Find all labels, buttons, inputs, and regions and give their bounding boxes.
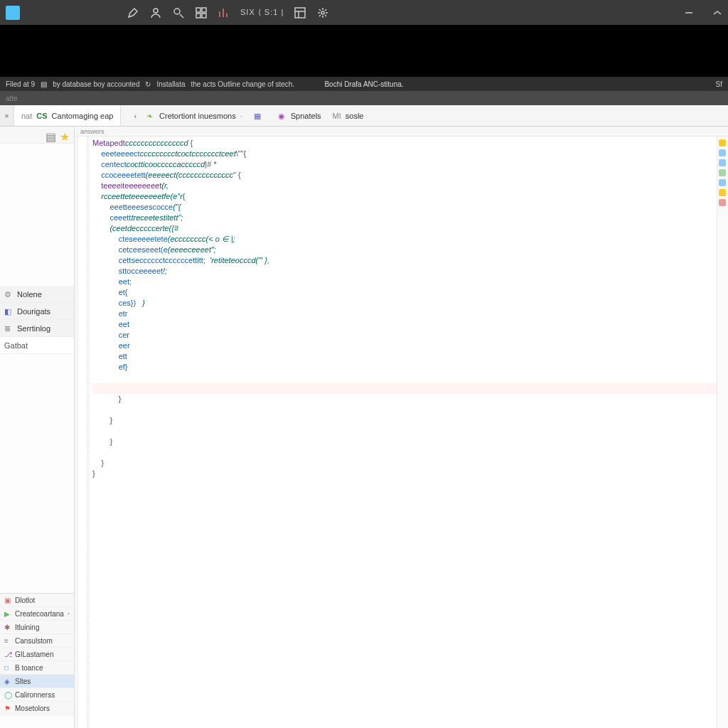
sidebar-panel-label: Nolene	[17, 290, 42, 299]
db-icon: ≣	[4, 324, 13, 333]
toolwindow-itluining[interactable]: ✱Itluining	[0, 621, 74, 634]
svg-point-1	[174, 9, 180, 14]
list-icon: ≡	[4, 637, 11, 644]
subheader-right[interactable]: Sf	[716, 80, 722, 88]
terminal-icon: ▣	[4, 596, 11, 604]
marker-info[interactable]	[719, 159, 726, 166]
toolwindow-gilastamen[interactable]: ⎇GILastamen	[0, 648, 74, 661]
editor-header: answers	[75, 127, 728, 136]
error-stripe	[717, 136, 728, 728]
panel-icon: ▦	[254, 112, 262, 120]
structure-icon[interactable]: ▤	[46, 130, 55, 140]
toolwindow-b toance[interactable]: □B toance	[0, 661, 74, 675]
breadcrumb-4-badge: MI	[333, 112, 341, 120]
code-line: ccoceeeetett(eeeeect(cccccccccccccc" {	[92, 170, 717, 181]
breadcrumb-3[interactable]: ◉ Spnatels	[272, 105, 327, 126]
sidebar-panels-mid: ⚙Nolene◧Dourigats≣Serrtinlog	[0, 286, 74, 337]
workspace: ▤ ★ ⚙Nolene◧Dourigats≣Serrtinlog Gatbat …	[0, 127, 728, 728]
code-line: eet	[92, 319, 717, 330]
toolwindow-label: Sltes	[15, 678, 31, 685]
search-icon[interactable]	[172, 6, 185, 19]
toolwindow-label: Dlotlot	[15, 596, 35, 604]
code-line: cettsecccccctccccccettitt; 'retiteteoccc…	[92, 255, 717, 266]
sidebar-bottom-stack: ▣Dlotlot▶Createcoartana›✱Itluining≡Cansu…	[0, 593, 74, 715]
menu-bar: atte	[0, 91, 728, 105]
editor-body[interactable]: Metapedtcccccccccccccccd { eeeteeeectccc…	[75, 136, 728, 728]
sidebar-panel-dourigats[interactable]: ◧Dourigats	[0, 303, 74, 320]
subheader-text-b: by database boy accounted	[53, 80, 139, 88]
cube-icon: ◧	[4, 307, 13, 316]
code-line: sttocceeeeet!;	[92, 266, 717, 277]
sidebar-panel-plain[interactable]: Gatbat	[0, 337, 74, 354]
fold-guide	[78, 136, 88, 728]
breadcrumb-4[interactable]: MI sosle	[327, 105, 370, 126]
sub-header: Filed at 9 ▤ by database boy accounted ↻…	[0, 77, 728, 91]
subheader-text-a: Filed at 9	[6, 80, 35, 88]
title-status-text: SIX ⟨ S:1 |	[240, 8, 284, 17]
tab-close-button[interactable]: ×	[0, 105, 14, 126]
code-line: cer	[92, 330, 717, 341]
code-area[interactable]: Metapedtcccccccccccccccd { eeeteeeectccc…	[88, 136, 717, 728]
doc-icon: ▤	[41, 80, 47, 88]
sidebar-top-icons: ▤ ★	[0, 127, 74, 144]
marker-warning[interactable]	[719, 139, 726, 146]
code-line: }	[92, 469, 717, 479]
toolwindow-mosetolors[interactable]: ⚑Mosetolors	[0, 702, 74, 715]
star-icon[interactable]: ★	[60, 130, 70, 140]
toolwindow-createcoartana[interactable]: ▶Createcoartana›	[0, 607, 74, 621]
breadcrumb-2[interactable]: ▦	[248, 105, 272, 126]
marker-error[interactable]	[719, 199, 726, 206]
code-line	[92, 426, 717, 437]
menu-prefix: atte	[6, 95, 18, 102]
marker-info[interactable]	[719, 149, 726, 156]
toolwindow-dlotlot[interactable]: ▣Dlotlot	[0, 594, 74, 607]
code-line: eer	[92, 341, 717, 351]
marker-ok[interactable]	[719, 169, 726, 176]
sidebar-panel-serrtinlog[interactable]: ≣Serrtinlog	[0, 320, 74, 337]
subheader-text-c: Installata	[156, 80, 185, 88]
edit-icon[interactable]	[127, 6, 139, 19]
code-line: centectcoctticoocccccacccccd|# *	[92, 159, 717, 170]
marker-info[interactable]	[719, 179, 726, 186]
toolwindow-calironnerss[interactable]: ◯Calironnerss	[0, 688, 74, 702]
svg-rect-2	[196, 8, 200, 12]
settings-icon[interactable]	[316, 6, 329, 19]
subheader-text-d: the acts Outline change of stech.	[191, 80, 295, 88]
refresh-icon[interactable]: ↻	[145, 80, 151, 88]
tab-prefix: nat	[21, 112, 32, 120]
user-icon[interactable]	[149, 6, 162, 19]
bug-icon: ✱	[4, 623, 11, 631]
svg-rect-4	[196, 14, 200, 18]
chevron-right-icon: ›	[68, 610, 70, 617]
maximize-button[interactable]	[712, 8, 722, 18]
code-line: etr	[92, 309, 717, 319]
toolwindow-sltes[interactable]: ◈Sltes	[0, 675, 74, 688]
grid-icon[interactable]	[195, 6, 208, 19]
code-line: ceeetttreceetestitett";	[92, 213, 717, 223]
toolwindow-cansulstom[interactable]: ≡Cansulstom	[0, 634, 74, 648]
globe-icon: ◯	[4, 691, 11, 698]
layout-icon[interactable]	[294, 6, 306, 19]
breadcrumb-1-label: Cretortiont inuesmons	[159, 112, 236, 120]
code-line	[92, 373, 717, 383]
toolwindow-label: Calironnerss	[15, 691, 55, 699]
toolwindow-label: Itluining	[15, 623, 39, 631]
toolwindow-label: Cansulstom	[15, 637, 53, 645]
editor-tab[interactable]: nat CS Cantomaging eap	[14, 105, 121, 126]
sidebar-panel-nolene[interactable]: ⚙Nolene	[0, 286, 74, 303]
chart-icon[interactable]	[218, 6, 230, 19]
marker-warning[interactable]	[719, 189, 726, 196]
code-line: cetceeseeet(e(eeeeceeeet";	[92, 245, 717, 255]
code-line: et{	[92, 287, 717, 298]
code-line: cteseeeeetete(ecccccccc(< o ∈ |;	[92, 234, 717, 245]
code-line: ett	[92, 351, 717, 362]
code-line: }	[92, 394, 717, 405]
box-icon: □	[4, 664, 11, 671]
breadcrumb-1[interactable]: ❧ Cretortiont inuesmons ·	[141, 105, 248, 126]
app-icon	[6, 6, 20, 20]
nav-back-button[interactable]: ‹	[129, 105, 141, 126]
tab-badge: CS	[36, 112, 47, 120]
code-line: teeeeiteeeeeeeet(r,	[92, 181, 717, 191]
minimize-button[interactable]	[684, 8, 694, 18]
git-icon: ⎇	[4, 651, 11, 658]
